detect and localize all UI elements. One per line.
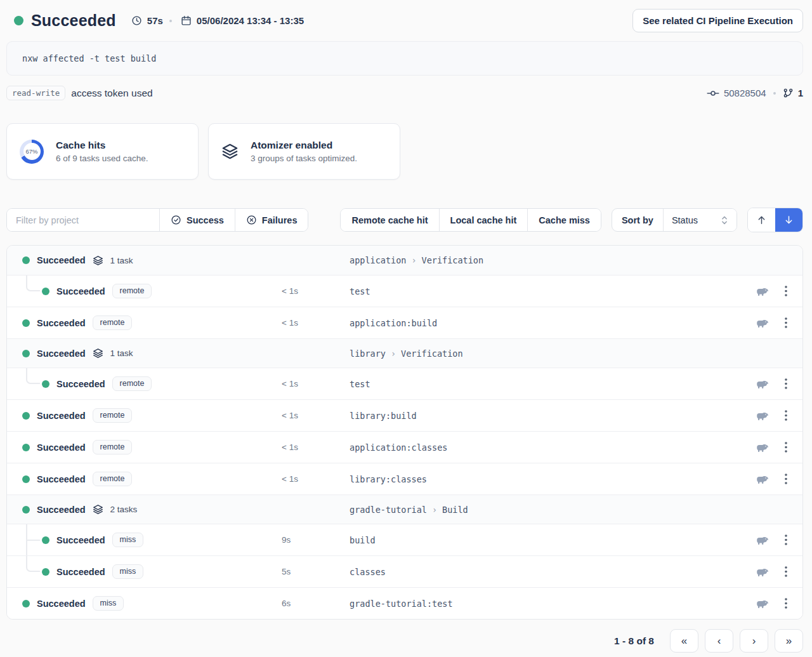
- sort-descending-button[interactable]: [775, 208, 802, 232]
- gradle-scan-button[interactable]: [756, 474, 769, 484]
- filter-right-cluster: Remote cache hit Local cache hit Cache m…: [340, 208, 803, 232]
- task-row[interactable]: Succeeded remote < 1s test: [7, 368, 802, 399]
- success-filter-label: Success: [187, 215, 224, 225]
- task-row[interactable]: Succeeded remote < 1s application:classe…: [7, 431, 802, 463]
- card-title: Cache hits: [56, 140, 148, 151]
- sort-field-select[interactable]: Status: [664, 209, 737, 231]
- row-menu-button[interactable]: [785, 410, 787, 421]
- cache-hits-donut-chart: 67%: [20, 140, 44, 164]
- commit-number-link[interactable]: 50828504: [724, 88, 766, 98]
- task-row[interactable]: Succeeded remote < 1s application:build: [7, 307, 802, 338]
- run-details-page: Succeeded 57s 05/06/2024 13:34 - 13:35 S…: [0, 0, 812, 657]
- row-status-label: Succeeded: [37, 474, 86, 484]
- breadcrumb-project: gradle-tutorial: [350, 505, 427, 515]
- prev-page-button[interactable]: ‹: [705, 629, 733, 653]
- breadcrumb-project: library: [350, 348, 386, 359]
- task-group-row: Succeeded 1 task library › Verification: [7, 338, 802, 368]
- cache-hits-percent: 67%: [23, 143, 41, 160]
- last-page-button[interactable]: »: [775, 629, 803, 653]
- status-dot: [22, 444, 30, 451]
- success-filter-button[interactable]: Success: [159, 209, 235, 231]
- project-filter-group: Success Failures: [6, 208, 308, 232]
- gradle-scan-button[interactable]: [756, 411, 769, 421]
- task-duration: 5s: [282, 567, 350, 576]
- gradle-scan-button[interactable]: [756, 599, 769, 609]
- gradle-scan-button[interactable]: [756, 318, 769, 328]
- row-status-label: Succeeded: [37, 442, 86, 453]
- date-range-label: 05/06/2024 13:34 - 13:35: [197, 15, 304, 26]
- gradle-elephant-icon: [756, 379, 769, 389]
- run-header: Succeeded 57s 05/06/2024 13:34 - 13:35 S…: [0, 0, 812, 32]
- cache-status-badge: remote: [93, 440, 133, 455]
- task-row[interactable]: Succeeded miss 6s gradle-tutorial:test: [7, 587, 802, 619]
- task-row[interactable]: Succeeded miss 9s build: [7, 524, 802, 555]
- filter-by-project-input[interactable]: [7, 209, 159, 231]
- arrow-down-icon: [783, 215, 794, 225]
- row-menu-button[interactable]: [785, 442, 787, 453]
- gradle-scan-button[interactable]: [756, 442, 769, 453]
- gradle-elephant-icon: [756, 474, 769, 484]
- task-list: Succeeded 1 task application › Verificat…: [6, 245, 803, 620]
- gradle-elephant-icon: [756, 535, 769, 545]
- task-duration: < 1s: [282, 474, 350, 484]
- see-related-ci-pipeline-button[interactable]: See related CI Pipeline Execution: [632, 9, 803, 32]
- row-menu-button[interactable]: [785, 474, 787, 484]
- task-row[interactable]: Succeeded remote < 1s library:build: [7, 399, 802, 431]
- task-row[interactable]: Succeeded miss 5s classes: [7, 555, 802, 587]
- atomizer-card: Atomizer enabled 3 groups of tasks optim…: [208, 123, 400, 180]
- cache-hits-card: 67% Cache hits 6 of 9 tasks used cache.: [6, 123, 199, 180]
- task-row[interactable]: Succeeded remote < 1s library:classes: [7, 463, 802, 494]
- next-page-button[interactable]: ›: [740, 629, 768, 653]
- row-status-label: Succeeded: [37, 505, 86, 515]
- task-row[interactable]: Succeeded remote < 1s test: [7, 275, 802, 307]
- tree-connector: [26, 275, 40, 291]
- task-duration: < 1s: [282, 411, 350, 420]
- row-status-label: Succeeded: [56, 567, 105, 577]
- pagination-bar: 1 - 8 of 8 «‹›»: [6, 629, 803, 653]
- row-menu-button[interactable]: [785, 598, 787, 609]
- local-cache-hit-button[interactable]: Local cache hit: [439, 209, 528, 231]
- cache-miss-button[interactable]: Cache miss: [527, 209, 601, 231]
- task-group-row: Succeeded 2 tasks gradle-tutorial › Buil…: [7, 494, 802, 524]
- task-duration: < 1s: [282, 442, 350, 452]
- status-dot: [22, 412, 30, 420]
- breadcrumb-project: application: [350, 255, 406, 265]
- gradle-scan-button[interactable]: [756, 286, 769, 296]
- card-subtitle: 3 groups of tasks optimized.: [251, 154, 357, 163]
- sort-ascending-button[interactable]: [748, 208, 775, 232]
- row-status-label: Succeeded: [56, 286, 105, 296]
- gradle-elephant-icon: [756, 599, 769, 609]
- first-page-button[interactable]: «: [670, 629, 698, 653]
- next-page-icon: ›: [752, 635, 756, 647]
- sort-by-label: Sort by: [612, 209, 664, 231]
- card-subtitle: 6 of 9 tasks used cache.: [56, 154, 148, 163]
- chevron-right-icon: ›: [432, 505, 437, 515]
- row-menu-button[interactable]: [785, 286, 787, 296]
- remote-cache-hit-button[interactable]: Remote cache hit: [341, 209, 438, 231]
- task-count-label: 2 tasks: [110, 505, 138, 514]
- run-duration: 57s: [131, 15, 163, 26]
- separator-dot: [773, 92, 776, 95]
- gradle-scan-button[interactable]: [756, 567, 769, 577]
- status-dot: [22, 475, 30, 483]
- cache-status-badge: remote: [93, 472, 133, 486]
- gradle-scan-button[interactable]: [756, 535, 769, 545]
- cache-status-badge: miss: [112, 533, 144, 547]
- row-menu-button[interactable]: [785, 317, 787, 328]
- task-duration: < 1s: [282, 379, 350, 388]
- row-menu-button[interactable]: [785, 566, 787, 577]
- tree-connector: [26, 556, 40, 572]
- group-breadcrumb: gradle-tutorial › Build: [350, 505, 737, 515]
- failures-filter-button[interactable]: Failures: [235, 209, 308, 231]
- row-menu-button[interactable]: [785, 534, 787, 545]
- row-status-label: Succeeded: [37, 599, 86, 609]
- sort-direction-group: [747, 208, 803, 232]
- gradle-scan-button[interactable]: [756, 379, 769, 389]
- status-dot: [42, 288, 49, 295]
- layers-icon: [93, 348, 103, 359]
- kebab-menu-icon: [785, 286, 787, 296]
- task-name: application:classes: [350, 442, 737, 453]
- check-circle-icon: [171, 215, 181, 225]
- commit-icon: [707, 89, 719, 98]
- row-menu-button[interactable]: [785, 378, 787, 389]
